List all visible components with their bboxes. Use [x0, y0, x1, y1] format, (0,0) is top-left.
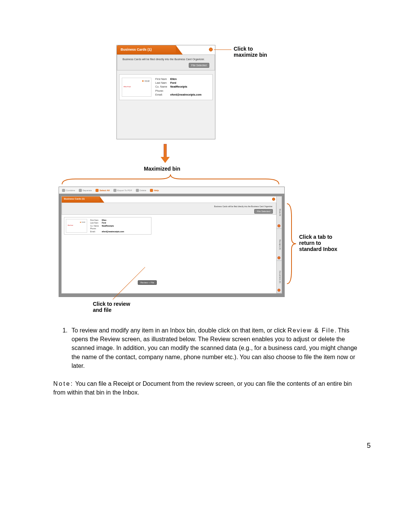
brace-right-icon [285, 202, 297, 286]
card-fields: First Nam Ellen Last Nam Ford Co. Name N… [155, 78, 201, 97]
side-tab-documents[interactable]: Documents (0) [276, 261, 282, 293]
card-tiny-text: Ellen Ford [124, 86, 131, 88]
toolbar: Combine Separate Select All Export To PD… [59, 187, 284, 194]
callout-review: Click to review and file [93, 301, 130, 313]
side-tab-receipts[interactable]: Receipts (0) [276, 229, 282, 261]
selectall-icon [96, 189, 99, 192]
separate-icon [79, 189, 82, 192]
callout-side-tabs: Click a tab to return to standard Inbox [299, 234, 337, 252]
tab-dot-icon [277, 224, 280, 227]
side-tabs: Show All Receipts (0) Documents (0) [276, 197, 282, 293]
callout-review-line1: Click to review [93, 301, 130, 307]
note-text: You can file a Receipt or Document from … [53, 380, 352, 396]
page-number: 5 [367, 442, 371, 450]
firstname-value: Ellen [170, 78, 202, 81]
small-bin-window: Business Cards (1) Business Cards will b… [116, 45, 215, 139]
minimize-icon[interactable] [272, 198, 275, 201]
email-value: eford@neatreceipts.com [170, 93, 202, 97]
max-business-card-row[interactable]: neat Ellen Ford First Nam Ellen Last Nam… [64, 217, 151, 235]
max-bin-desc-bar: Business Cards will be filed directly in… [62, 203, 276, 215]
bin-description-text: Business Cards will be filed directly in… [123, 58, 205, 61]
max-bin-body: Business Cards (1) Business Cards will b… [61, 196, 282, 294]
email-label: Email: [155, 93, 167, 97]
bin-header-title: Business Cards (1) [121, 48, 152, 51]
maximized-bin-label: Maximized bin [144, 166, 180, 172]
callout-review-line2: and file [93, 307, 130, 313]
callout-side-line2: return to [299, 240, 337, 246]
callout-side-line1: Click a tab to [299, 234, 337, 240]
instruction-item-1: To review and modify any item in an Inbo… [69, 326, 358, 370]
tab-dot-icon [277, 289, 280, 292]
side-tab-show-all[interactable]: Show All [276, 197, 282, 229]
callout-maximize-line2: maximize bin [234, 52, 267, 58]
firstname-label: First Nam [155, 78, 167, 81]
review-file-button[interactable]: Review + File [138, 280, 157, 285]
phone-label: Phone: [155, 89, 167, 93]
coname-label: Co. Name [155, 85, 167, 89]
toolbar-export-pdf[interactable]: Export To PDF [113, 189, 132, 192]
help-icon [150, 189, 153, 192]
delete-icon [136, 189, 139, 192]
toolbar-combine[interactable]: Combine [62, 189, 75, 192]
review-file-inline: Review & File [287, 327, 335, 334]
max-bin-tab-header[interactable]: Business Cards (1) [62, 197, 100, 203]
neat-logo: neat [142, 80, 150, 82]
callout-maximize: Click to maximize bin [234, 46, 267, 58]
max-card-thumbnail: neat Ellen Ford [66, 219, 87, 233]
li1-text-a: To review and modify any item in an Inbo… [72, 327, 287, 334]
card-thumbnail: neat Ellen Ford [122, 78, 151, 97]
exportpdf-icon [113, 189, 116, 192]
brace-top-icon [60, 174, 281, 185]
coname-value: NeatReceipts [170, 85, 202, 89]
callout-side-line3: standard Inbox [299, 246, 337, 252]
lastname-label: Last Nam [155, 81, 167, 85]
bin-tab-header-wrap: Business Cards (1) [117, 45, 176, 54]
callout-maximize-line1: Click to [234, 46, 267, 52]
business-card-row[interactable]: neat Ellen Ford First Nam Ellen Last Nam… [119, 74, 213, 100]
max-bin-header-title: Business Cards (1) [64, 198, 84, 200]
toolbar-help[interactable]: Help [150, 189, 159, 192]
lastname-value: Ford [170, 81, 202, 85]
arrow-down-icon [162, 144, 168, 163]
bin-description-bar: Business Cards will be filed directly in… [117, 54, 215, 70]
max-bin-left: Business Cards (1) Business Cards will b… [62, 197, 276, 293]
combine-icon [62, 189, 65, 192]
callout-leader-maximize [214, 50, 231, 50]
maximize-icon[interactable] [209, 48, 213, 51]
max-file-selected-button[interactable]: File Selected [254, 209, 273, 214]
toolbar-select-all[interactable]: Select All [96, 189, 110, 192]
instruction-list: To review and modify any item in an Inbo… [53, 326, 358, 370]
toolbar-delete[interactable]: Delete [136, 189, 146, 192]
note-paragraph: Note: You can file a Receipt or Document… [53, 379, 358, 397]
phone-value [170, 89, 202, 93]
tab-dot-icon [277, 256, 280, 259]
neat-logo-small: neat [80, 221, 85, 223]
toolbar-separate[interactable]: Separate [79, 189, 92, 192]
max-bin-desc-text: Business Cards will be filed directly in… [214, 205, 273, 208]
maximized-bin-window: Combine Separate Select All Export To PD… [59, 187, 285, 297]
card-tiny-text-small: Ellen Ford [68, 225, 73, 226]
bin-tab-header[interactable]: Business Cards (1) [117, 45, 176, 54]
note-label: Note: [53, 380, 73, 387]
file-selected-button[interactable]: File Selected [189, 63, 209, 68]
max-card-fields: First Nam Ellen Last Nam Ford Co. Name N… [90, 219, 124, 233]
